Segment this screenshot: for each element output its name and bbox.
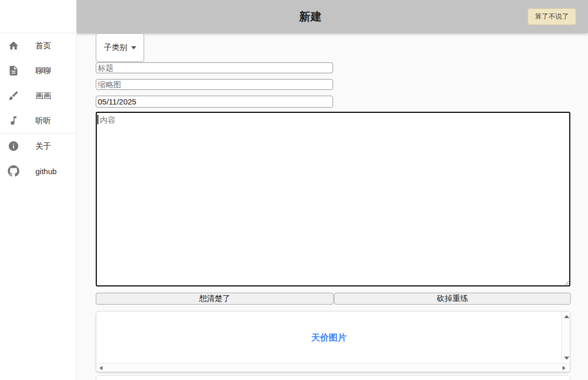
confirm-button[interactable]: 想清楚了 <box>96 293 334 305</box>
preview-panel: 天价图片 <box>96 311 570 372</box>
sidebar-item-chat[interactable]: 聊聊 <box>0 58 76 83</box>
scroll-up-icon[interactable] <box>564 315 569 318</box>
reset-button[interactable]: 砍掉重练 <box>334 293 571 305</box>
header: 新建 算了不说了 <box>76 0 588 33</box>
sidebar-item-label: github <box>35 167 57 176</box>
sidebar-item-label: 画画 <box>35 91 51 101</box>
home-icon <box>7 40 20 52</box>
sidebar-item-label: 聊聊 <box>35 66 51 76</box>
sidebar-nav: 首页 聊聊 画画 听听 关于 <box>0 33 76 184</box>
thumbnail-input[interactable] <box>96 79 333 90</box>
preview-content: 天价图片 <box>96 311 561 363</box>
brush-icon <box>7 89 20 102</box>
scroll-left-icon[interactable] <box>99 366 103 370</box>
sidebar-item-label: 关于 <box>35 141 51 151</box>
content-textarea[interactable] <box>96 112 570 286</box>
scroll-down-icon[interactable] <box>564 357 569 360</box>
vertical-scrollbar[interactable] <box>561 311 570 363</box>
info-icon <box>7 140 20 152</box>
page-title: 新建 <box>299 9 322 24</box>
next-section-panel <box>96 375 570 380</box>
music-note-icon <box>7 114 20 127</box>
sidebar-item-label: 首页 <box>35 41 51 51</box>
sidebar-item-about[interactable]: 关于 <box>0 134 76 159</box>
sidebar-item-home[interactable]: 首页 <box>0 33 76 58</box>
preview-image-link[interactable]: 天价图片 <box>311 332 347 344</box>
text-cursor <box>97 115 98 124</box>
document-icon <box>7 64 20 77</box>
sidebar-item-listen[interactable]: 听听 <box>0 108 76 133</box>
sidebar: 首页 聊聊 画画 听听 关于 <box>0 0 76 380</box>
github-icon <box>7 165 20 177</box>
scroll-right-icon[interactable] <box>563 366 566 370</box>
date-input[interactable] <box>96 96 333 108</box>
cancel-button[interactable]: 算了不说了 <box>528 8 576 25</box>
sidebar-item-github[interactable]: github <box>0 159 76 184</box>
sidebar-item-label: 听听 <box>35 116 51 126</box>
chevron-down-icon <box>131 46 136 49</box>
subcategory-dropdown-button[interactable]: 子类别 <box>96 33 144 62</box>
horizontal-scrollbar[interactable] <box>96 363 570 372</box>
subcategory-label: 子类别 <box>104 43 127 53</box>
sidebar-item-draw[interactable]: 画画 <box>0 83 76 108</box>
title-input[interactable] <box>96 62 333 73</box>
